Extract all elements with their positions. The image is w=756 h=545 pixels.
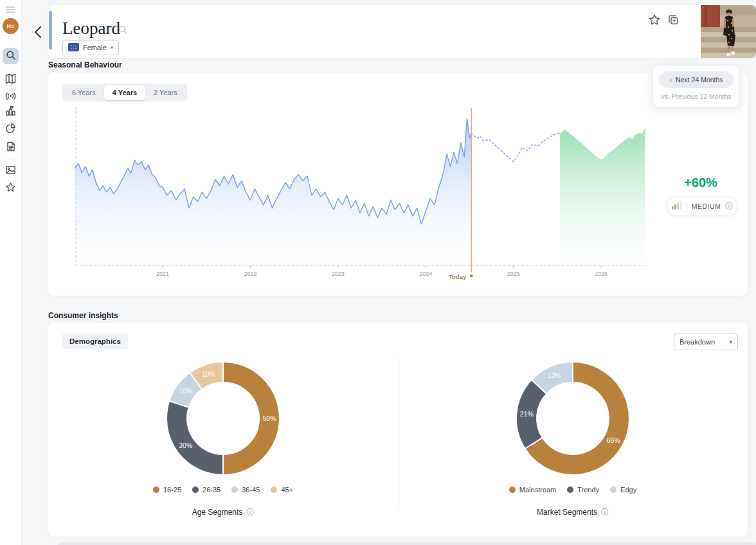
sidebar: H≡ [0, 0, 22, 545]
add-to-collection-icon[interactable] [667, 13, 680, 26]
menu-icon[interactable] [6, 6, 15, 13]
gender-dropdown[interactable]: Female ▾ [62, 40, 119, 55]
badge-divider [687, 202, 687, 211]
chevron-down-icon: ▾ [111, 44, 114, 51]
legend-dot [567, 487, 573, 493]
slice-percent-label: 21% [520, 410, 534, 418]
legend-item: Edgy [610, 486, 636, 494]
donut-slice[interactable] [166, 401, 223, 475]
svg-text:2024: 2024 [419, 271, 432, 277]
ranking-flag-icon [5, 105, 16, 119]
tab-4-years[interactable]: 4 Years [104, 85, 145, 100]
svg-text:2021: 2021 [156, 271, 169, 277]
legend-label: Edgy [620, 486, 636, 494]
time-range-tabs: 6 Years 4 Years 2 Years [62, 84, 187, 102]
image-icon [5, 165, 16, 178]
chevron-down-icon: ▾ [729, 339, 732, 345]
broadcast-icon [5, 91, 16, 104]
legend-dot [231, 487, 238, 493]
search-icon [6, 50, 16, 63]
sidebar-item-rankings[interactable] [3, 104, 19, 120]
title-search-icon[interactable] [118, 25, 127, 37]
legend-dot [610, 487, 616, 493]
legend-item: 26-35 [192, 486, 221, 494]
slice-percent-label: 10% [179, 387, 192, 395]
legend-label: 26-35 [203, 486, 221, 494]
legend-label: 45+ [281, 486, 293, 494]
sidebar-item-segments[interactable] [3, 121, 19, 138]
age-segments-panel: 50%30%10%10% 16-2526-3536-4545+ Age Segm… [48, 352, 398, 517]
legend-label: Trendy [577, 486, 599, 494]
breakdown-dropdown[interactable]: Breakdown ▾ [674, 334, 738, 350]
tab-2-years[interactable]: 2 Years [145, 85, 186, 100]
legend-label: Mainstream [519, 486, 556, 494]
page-title: Leopard [62, 19, 120, 39]
consumer-section-heading: Consumer insights [48, 311, 118, 320]
legend-item: 36-45 [231, 486, 260, 494]
growth-forecast-value: +60% [664, 175, 737, 190]
slice-percent-label: 10% [202, 370, 215, 378]
legend-dot [192, 487, 199, 493]
brand-logo[interactable]: H≡ [3, 18, 19, 34]
star-icon [5, 182, 16, 195]
legend-dot [509, 487, 516, 493]
sidebar-item-reports[interactable] [3, 139, 19, 156]
comparison-period-label: vs. Previous 12 Months [653, 93, 739, 100]
confidence-label: MEDIUM [692, 202, 721, 210]
seasonal-behaviour-card: 6 Years 4 Years 2 Years 2021202220232024… [48, 73, 748, 296]
seasonal-section-heading: Seasonal Behaviour [48, 60, 122, 69]
tab-6-years[interactable]: 6 Years [64, 85, 104, 100]
gender-swatch [68, 43, 79, 53]
trend-dashboard: H≡ Leopard [0, 0, 756, 545]
slice-percent-label: 66% [607, 436, 620, 444]
legend-label: 36-45 [242, 486, 260, 494]
info-icon[interactable]: ⓘ [725, 202, 733, 210]
trend-header: Leopard Female ▾ [48, 5, 756, 58]
market-segments-donut-chart: 66%21%13% [512, 357, 634, 479]
forecast-period-label: Next 24 Months [676, 76, 723, 84]
tab-demographics[interactable]: Demographics [62, 334, 128, 349]
scrollbar-thumb[interactable] [49, 11, 52, 49]
legend-item: 16-25 [153, 486, 181, 494]
forecast-period-button[interactable]: ‹ Next 24 Months [659, 71, 734, 88]
legend-item: 45+ [271, 486, 293, 494]
slice-percent-label: 13% [548, 371, 561, 379]
info-icon[interactable]: ⓘ [246, 508, 254, 516]
sidebar-divider [4, 159, 17, 159]
seasonal-trend-chart: 202120222023202420252026Today [68, 102, 659, 291]
sidebar-item-favorites[interactable] [3, 181, 19, 197]
breakdown-value: Breakdown [680, 338, 715, 346]
gender-value: Female [83, 44, 107, 51]
slice-percent-label: 30% [179, 442, 192, 449]
age-segments-donut-chart: 50%30%10%10% [162, 357, 284, 479]
forecast-period-panel: ‹ Next 24 Months vs. Previous 12 Months [653, 66, 739, 107]
signal-strength-icon [672, 201, 682, 212]
legend-item: Mainstream [509, 486, 556, 494]
svg-text:2025: 2025 [507, 271, 520, 277]
sidebar-item-gallery[interactable] [3, 163, 19, 179]
sidebar-item-signals[interactable] [3, 89, 19, 105]
chevron-left-icon: ‹ [669, 76, 672, 84]
confidence-badge[interactable]: MEDIUM ⓘ [667, 197, 738, 216]
market-segments-panel: 66%21%13% MainstreamTrendyEdgy Market Se… [398, 352, 748, 517]
consumer-insights-card: Demographics Breakdown ▾ 50%30%10%10% 16… [48, 323, 748, 537]
svg-text:Today: Today [449, 273, 467, 280]
trend-thumbnail-image[interactable] [701, 5, 756, 58]
favorite-star-icon[interactable] [648, 13, 661, 26]
slice-percent-label: 50% [262, 415, 276, 422]
legend-item: Trendy [567, 486, 599, 494]
legend-dot [271, 487, 277, 493]
info-icon[interactable]: ⓘ [601, 508, 609, 516]
map-icon [5, 73, 16, 87]
svg-text:2026: 2026 [595, 271, 608, 277]
svg-text:2022: 2022 [244, 271, 256, 277]
market-segments-title: Market Segments ⓘ [537, 508, 609, 517]
svg-text:2023: 2023 [332, 271, 345, 277]
sidebar-item-map[interactable] [3, 72, 19, 88]
age-segments-legend: 16-2526-3536-4545+ [153, 486, 293, 494]
market-segments-legend: MainstreamTrendyEdgy [509, 486, 636, 494]
sidebar-item-search[interactable] [3, 48, 19, 64]
legend-dot [153, 487, 159, 493]
back-button[interactable] [32, 25, 46, 39]
age-segments-title: Age Segments ⓘ [192, 508, 255, 517]
